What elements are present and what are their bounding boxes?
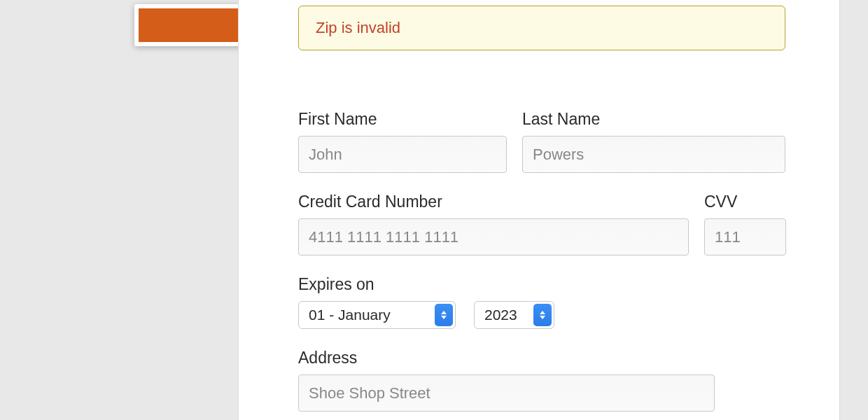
- address-input[interactable]: [298, 374, 715, 412]
- chevron-up-down-icon: [533, 304, 552, 326]
- last-name-group: Last Name: [522, 110, 785, 173]
- expires-group: Expires on 01 - January 2023: [298, 275, 787, 329]
- credit-card-input[interactable]: [298, 218, 689, 255]
- expires-selects-row: 01 - January 2023: [298, 301, 787, 329]
- first-name-group: First Name: [298, 110, 507, 173]
- cvv-label: CVV: [704, 192, 786, 211]
- form-panel: Zip is invalid First Name Last Name Cred…: [238, 0, 840, 420]
- first-name-label: First Name: [298, 110, 507, 129]
- address-label: Address: [298, 349, 715, 368]
- last-name-input[interactable]: [522, 136, 785, 173]
- name-row: First Name Last Name: [298, 110, 787, 173]
- validation-error-alert: Zip is invalid: [298, 6, 785, 50]
- chevron-up-down-icon: [435, 304, 453, 326]
- cvv-group: CVV: [704, 192, 786, 255]
- cvv-input[interactable]: [704, 218, 786, 255]
- address-group: Address: [298, 349, 715, 412]
- expiry-month-select[interactable]: 01 - January: [298, 301, 456, 329]
- card-row: Credit Card Number CVV: [298, 192, 787, 255]
- credit-card-label: Credit Card Number: [298, 192, 689, 211]
- expiry-year-value: 2023: [475, 307, 533, 323]
- error-message: Zip is invalid: [316, 19, 400, 36]
- expires-label: Expires on: [298, 275, 787, 294]
- expiry-year-select[interactable]: 2023: [474, 301, 554, 329]
- expiry-month-value: 01 - January: [299, 307, 435, 323]
- credit-card-group: Credit Card Number: [298, 192, 689, 255]
- first-name-input[interactable]: [298, 136, 507, 173]
- last-name-label: Last Name: [522, 110, 785, 129]
